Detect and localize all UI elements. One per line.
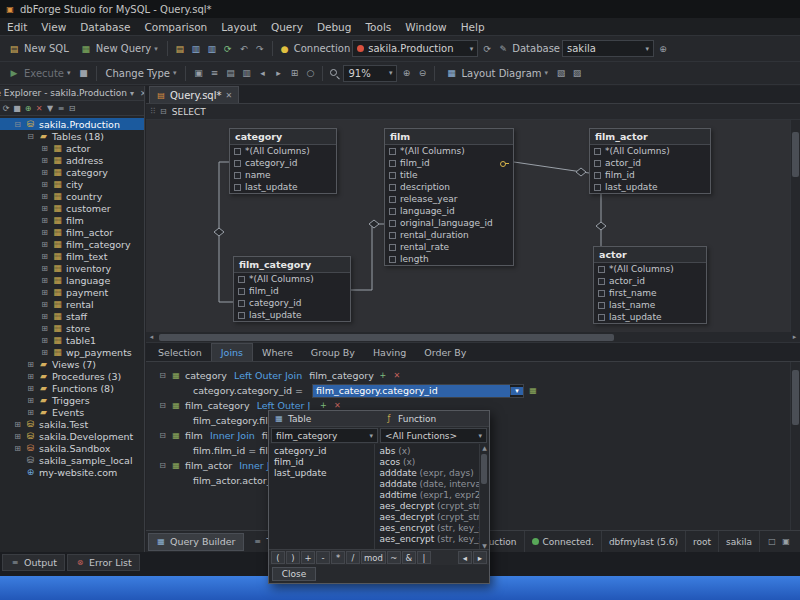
column-checkbox[interactable] [238,312,245,319]
pin-icon[interactable]: ▾ [127,89,137,98]
tree-item[interactable]: ⊞ ▦ film_actor [0,226,144,238]
diagram-table-column[interactable]: rental_duration [385,229,513,241]
diagram-horizontal-scrollbar[interactable]: ◂ ▸ [146,332,800,343]
tree-item[interactable]: ⊞ ▰ Views (7) [0,358,144,370]
tree-expander-icon[interactable]: ⊞ [26,384,35,393]
operators-scroll-right-icon[interactable]: ▸ [473,551,487,564]
tree-item[interactable]: ⊞ ▦ city [0,178,144,190]
column-checkbox[interactable] [234,172,241,179]
tab-order-by[interactable]: Order By [415,343,475,361]
diagram-table-column[interactable]: *(All Columns) [234,273,350,285]
operator-button[interactable]: | [417,551,431,564]
refresh-icon[interactable]: ⟳ [1,103,11,113]
column-checkbox[interactable] [234,160,241,167]
tab-query-builder[interactable]: ▦ Query Builder [148,533,244,551]
tree-item[interactable]: ⊞ ▦ actor [0,142,144,154]
tree-item[interactable]: ⊞ ▦ staff [0,310,144,322]
column-checkbox[interactable] [389,256,396,263]
diagram-table-column[interactable]: *(All Columns) [230,145,336,157]
tree-expander-icon[interactable]: ⊟ [158,461,167,470]
tree-item[interactable]: ⊕ my-website.com [0,466,144,478]
add-condition-icon[interactable]: + [378,371,388,381]
disconnect-icon[interactable]: ✕ [34,103,44,113]
stop-refresh-icon[interactable]: ■ [12,103,22,113]
snippets-icon[interactable]: ⊞ [287,66,301,80]
column-checkbox[interactable] [234,184,241,191]
diagram-table-column[interactable]: category_id [234,297,350,309]
column-checkbox[interactable] [598,278,605,285]
zoom-select[interactable]: 91% ▾ [343,65,397,82]
tree-expander-icon[interactable]: ⊞ [40,276,49,285]
collapse-icon[interactable]: ⊟ [159,107,168,116]
scroll-left-icon[interactable]: ◂ [146,333,157,341]
close-icon[interactable]: ✕ [137,89,144,98]
undo-icon[interactable]: ↶ [237,42,251,56]
chevron-down-icon[interactable]: ▾ [466,45,474,53]
explorer-header[interactable]: Database Explorer - sakila.Production ▾ … [0,86,144,101]
join-connector-diamond[interactable] [369,220,379,228]
remove-join-icon[interactable]: ✕ [392,371,402,381]
diagram-table-column[interactable]: *(All Columns) [590,145,710,157]
tree-item[interactable]: ⊞ ▰ Triggers [0,394,144,406]
tree-expander-icon[interactable]: ⊞ [13,432,22,441]
tree-expander-icon[interactable]: ⊞ [40,228,49,237]
chevron-down-icon[interactable]: ▾ [385,69,393,77]
tree-expander-icon[interactable]: ⊞ [40,348,49,357]
tree-expander-icon[interactable]: ⊞ [26,396,35,405]
tree-item[interactable]: ⊞ ▰ Functions (8) [0,382,144,394]
diagram-table-column[interactable]: category_id [230,157,336,169]
operator-button[interactable]: ( [271,551,285,564]
column-list-item[interactable]: last_update [269,468,374,479]
scrollbar-thumb[interactable] [481,454,487,484]
joins-vertical-scrollbar[interactable] [790,362,800,530]
diagram-table-column[interactable]: last_update [234,309,350,321]
select-statement-row[interactable]: ⠿ ⊟ SELECT [146,104,800,120]
tree-expander-icon[interactable]: ⊞ [40,324,49,333]
tab-where[interactable]: Where [253,343,302,361]
menu-item[interactable]: Tools [358,20,398,34]
column-checkbox[interactable] [594,184,601,191]
diagram-table[interactable]: category *(All Columns) [229,128,337,194]
column-checkbox[interactable] [389,220,396,227]
column-checkbox[interactable] [598,314,605,321]
layout-diagram-button[interactable]: ▦ Layout Diagram ▾ [440,64,552,82]
function-list-item[interactable]: adddate (expr, days) [375,468,480,479]
tree-item[interactable]: ⊞ ▦ film_category [0,238,144,250]
tree-item[interactable]: ⊞ ▦ customer [0,202,144,214]
column-checkbox[interactable] [389,232,396,239]
menu-item[interactable]: Query [264,20,310,34]
operators-scroll-left-icon[interactable]: ◂ [458,551,472,564]
close-button[interactable]: Close [272,567,316,581]
tree-expander-icon[interactable]: ⊟ [26,132,35,141]
chevron-down-icon[interactable]: ▾ [474,432,482,440]
search-icon[interactable] [328,67,341,80]
tab-group-by[interactable]: Group By [302,343,364,361]
new-database-icon[interactable]: ⊕ [656,42,670,56]
tree-expander-icon[interactable]: ⊞ [40,156,49,165]
column-checkbox[interactable] [389,184,396,191]
remove-join-icon[interactable]: ✕ [332,401,342,411]
zoom-out-icon[interactable]: ⊖ [415,66,429,80]
column-checkbox[interactable] [598,290,605,297]
redo-icon[interactable]: ↷ [253,42,267,56]
window-split-icon[interactable]: □ [767,537,777,547]
scroll-right-icon[interactable]: ▸ [789,333,800,341]
chevron-down-icon[interactable]: ▾ [365,432,373,440]
join-connector-diamond[interactable] [576,168,586,176]
diagram-table-column[interactable]: last_update [230,181,336,193]
tree-expander-icon[interactable]: ⊞ [26,408,35,417]
tab-error-list[interactable]: ⊗ Error List [67,554,140,571]
open-file-icon[interactable]: ▤ [173,42,187,56]
diagram-table-column[interactable]: name [230,169,336,181]
tree-item[interactable]: ⊞ ▦ country [0,190,144,202]
chevron-down-icon[interactable]: ▾ [545,69,549,77]
tree-item[interactable]: ⊞ ▦ table1 [0,334,144,346]
column-checkbox[interactable] [234,148,241,155]
diagram-table-column[interactable]: last_name [594,299,706,311]
refresh-connection-icon[interactable]: ⟳ [480,42,494,56]
column-list-item[interactable]: category_id [269,446,374,457]
tree-expander-icon[interactable]: ⊞ [40,144,49,153]
tab-joins[interactable]: Joins [211,343,253,361]
column-checkbox[interactable] [238,300,245,307]
new-query-button[interactable]: ▦ New Query ▾ [75,40,162,58]
